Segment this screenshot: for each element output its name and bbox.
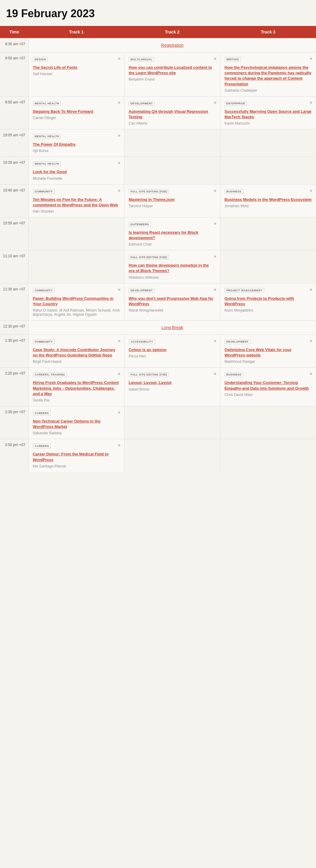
schedule-grid: Time Track 1 Track 2 Track 3 8:30 am +07… bbox=[0, 26, 316, 472]
session-speaker: Piccia Neri bbox=[129, 354, 216, 358]
favorite-button[interactable]: ★ bbox=[117, 100, 121, 105]
session-cell-6-2 bbox=[220, 217, 316, 250]
session-title[interactable]: Look for the Good bbox=[33, 169, 120, 175]
session-tag: PROJECT MANAGEMENT bbox=[225, 288, 264, 293]
favorite-button[interactable]: ★ bbox=[309, 338, 313, 343]
favorite-button[interactable]: ★ bbox=[309, 287, 313, 292]
session-speaker: Hari Shanker bbox=[33, 209, 120, 214]
favorite-button[interactable]: ★ bbox=[213, 371, 217, 376]
session-title[interactable]: Business Models in the WordPress Ecosyst… bbox=[225, 197, 312, 203]
table-row: 2:35 pm +07★CAREERSNon-Technical Career … bbox=[0, 406, 316, 439]
session-tag: COMMUNITY bbox=[33, 339, 55, 344]
session-speaker: Jonathan Wold bbox=[225, 204, 312, 208]
favorite-button[interactable]: ★ bbox=[213, 287, 217, 292]
session-title[interactable]: The Secret Life of Fonts bbox=[33, 65, 120, 70]
session-title[interactable]: Is learning React necessary for Block de… bbox=[129, 230, 216, 241]
session-title[interactable]: Non-Technical Career Options in the Word… bbox=[33, 418, 120, 430]
favorite-button[interactable]: ★ bbox=[213, 100, 217, 105]
favorite-button[interactable]: ★ bbox=[213, 254, 217, 259]
tag-row: FULL SITE EDITING (FSE) bbox=[129, 371, 216, 379]
session-title[interactable]: Why you don't need Progressive Web App f… bbox=[129, 296, 216, 307]
session-tag: BUSINESS bbox=[225, 372, 243, 377]
session-title[interactable]: The Power Of Empathy bbox=[33, 142, 120, 147]
table-row: 10:05 am +07★MENTAL HEALTHThe Power Of E… bbox=[0, 129, 316, 157]
favorite-button[interactable]: ★ bbox=[309, 56, 313, 61]
favorite-button[interactable]: ★ bbox=[213, 56, 217, 61]
session-title[interactable]: How you can contribute Localized content… bbox=[129, 65, 216, 76]
table-row: 11:10 am +07★FULL SITE EDITING (FSE)How … bbox=[0, 250, 316, 283]
tag-row: ACCESSIBILITY bbox=[129, 338, 216, 346]
tag-row: DESIGN bbox=[33, 56, 120, 64]
table-row: 9:00 am +07★DESIGNThe Secret Life of Fon… bbox=[0, 53, 316, 96]
favorite-button[interactable]: ★ bbox=[117, 443, 121, 447]
session-title[interactable]: Successfully Marrying Open Source and La… bbox=[225, 109, 312, 120]
session-speaker: Cari Alberto bbox=[129, 121, 216, 125]
session-speaker: Benjamin Evans bbox=[129, 77, 216, 82]
tag-row: MENTAL HEALTH bbox=[33, 133, 120, 141]
tag-row: CAREERS, TRAINING bbox=[33, 371, 120, 379]
favorite-button[interactable]: ★ bbox=[117, 371, 121, 376]
session-title[interactable]: Stepping Back To Move Forward bbox=[33, 109, 120, 114]
favorite-button[interactable]: ★ bbox=[117, 133, 121, 138]
favorite-button[interactable]: ★ bbox=[117, 56, 121, 61]
session-title[interactable]: Panel: Building WordPress Communities in… bbox=[33, 296, 120, 307]
session-tag: MULTILINGUAL bbox=[129, 57, 154, 62]
session-title[interactable]: Mastering in Theme.json bbox=[129, 197, 216, 203]
favorite-button[interactable]: ★ bbox=[117, 160, 121, 165]
favorite-button[interactable]: ★ bbox=[117, 188, 121, 193]
session-title[interactable]: How the Psychological imbalance among th… bbox=[225, 65, 312, 87]
session-tag: FULL SITE EDITING (FSE) bbox=[129, 372, 169, 377]
time-cell: 10:40 am +07 bbox=[0, 184, 28, 217]
favorite-button[interactable]: ★ bbox=[309, 371, 313, 376]
session-title[interactable]: Career Detour: From the Medical Field to… bbox=[33, 452, 120, 462]
session-cell-4-1 bbox=[124, 157, 220, 184]
session-title[interactable]: Optimizing Core Web Vitals for your Word… bbox=[225, 347, 312, 358]
session-cell-5-2: ★BUSINESSBusiness Models in the WordPres… bbox=[220, 184, 316, 217]
table-row: 8:30 am +07Registration bbox=[0, 38, 316, 53]
time-cell: 11:30 am +07 bbox=[0, 283, 28, 320]
track3-header: Track 3 bbox=[220, 26, 316, 38]
favorite-button[interactable]: ★ bbox=[213, 188, 217, 193]
favorite-button[interactable]: ★ bbox=[117, 410, 121, 415]
table-header-row: Time Track 1 Track 2 Track 3 bbox=[0, 26, 316, 38]
session-title[interactable]: Colour is an opinion bbox=[129, 347, 216, 352]
session-title[interactable]: Understanding Your Customer: Turning Emp… bbox=[225, 380, 312, 391]
tag-row: COMMUNITY bbox=[33, 338, 120, 346]
session-cell-7-0 bbox=[28, 250, 124, 283]
session-cell-10-2: ★DEVELOPMENTOptimizing Core Web Vitals f… bbox=[220, 335, 316, 368]
favorite-button[interactable]: ★ bbox=[117, 287, 121, 292]
session-title[interactable]: How can theme developers monetize in the… bbox=[129, 263, 216, 274]
session-title[interactable]: Case Study: A #nocode Contributor Journe… bbox=[33, 347, 120, 358]
favorite-button[interactable]: ★ bbox=[213, 221, 217, 226]
tag-row: MULTILINGUAL bbox=[129, 56, 216, 64]
session-cell-2-1: ★DEVELOPMENTAutomating QA through Visual… bbox=[124, 96, 220, 129]
table-row: 10:20 am +07★MENTAL HEALTHLook for the G… bbox=[0, 157, 316, 184]
favorite-button[interactable]: ★ bbox=[309, 100, 313, 105]
session-title[interactable]: Going from Projects to Products with Wor… bbox=[225, 296, 312, 307]
session-title[interactable]: Automating QA through Visual Regression … bbox=[129, 109, 216, 120]
session-speaker: Saif Hassan bbox=[33, 72, 120, 76]
session-cell-3-2 bbox=[220, 129, 316, 157]
favorite-button[interactable]: ★ bbox=[117, 338, 121, 343]
session-cell-11-2: ★BUSINESSUnderstanding Your Customer: Tu… bbox=[220, 368, 316, 406]
session-title[interactable]: Ten Minutes on Five for the Future: A co… bbox=[33, 197, 120, 208]
registration-link[interactable]: Registration bbox=[161, 43, 184, 48]
session-tag: DESIGN bbox=[33, 57, 48, 62]
time-cell: 2:20 pm +07 bbox=[0, 368, 28, 406]
session-speaker: Birgit Pauli-Haack bbox=[33, 360, 120, 364]
session-cell-5-0: ★COMMUNITYTen Minutes on Five for the Fu… bbox=[28, 184, 124, 217]
tag-row: DEVELOPMENT bbox=[129, 287, 216, 294]
favorite-button[interactable]: ★ bbox=[309, 188, 313, 193]
session-title[interactable]: Hiring Fresh Graduates to WordPress Cont… bbox=[33, 380, 120, 397]
time-cell: 10:05 am +07 bbox=[0, 129, 28, 157]
table-row: 1:30 pm +07★COMMUNITYCase Study: A #noco… bbox=[0, 335, 316, 368]
session-tag: ENTERPRISE bbox=[225, 101, 247, 106]
session-cell-11-0: ★CAREERS, TRAININGHiring Fresh Graduates… bbox=[28, 368, 124, 406]
time-header: Time bbox=[0, 26, 28, 38]
session-title[interactable]: Layout, Layout, Layout bbox=[129, 380, 216, 385]
tag-row: CAREERS bbox=[33, 443, 120, 450]
long-break-link[interactable]: Long Break bbox=[162, 325, 183, 330]
session-tag: WRITING bbox=[225, 57, 241, 62]
favorite-button[interactable]: ★ bbox=[213, 338, 217, 343]
session-tag: CAREERS, TRAINING bbox=[33, 372, 67, 377]
